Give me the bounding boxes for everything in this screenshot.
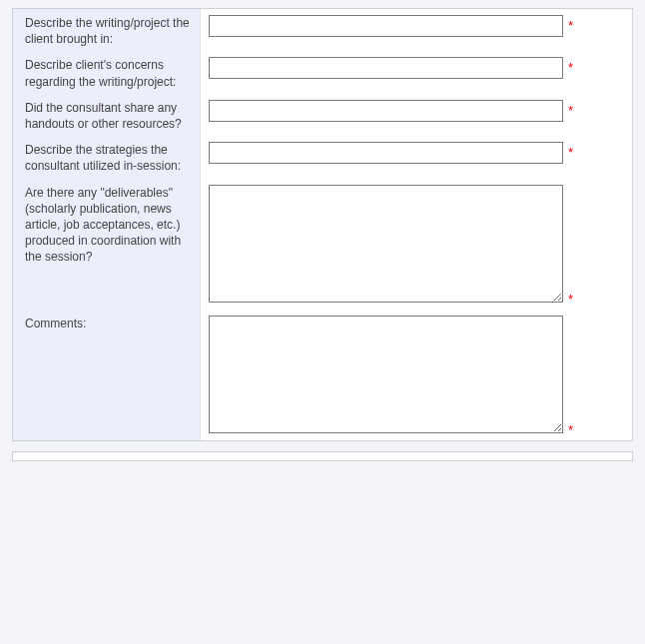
required-icon: * [568, 104, 573, 117]
input-strategies[interactable] [209, 142, 563, 164]
form-row-deliverables: Are there any "deliverables" (scholarly … [13, 179, 632, 310]
field-cell-strategies: * [201, 136, 633, 178]
field-cell-project-brought: * [201, 9, 633, 51]
textarea-deliverables[interactable] [209, 185, 563, 303]
input-client-concerns[interactable] [209, 57, 563, 79]
page-container: Describe the writing/project the client … [0, 0, 645, 644]
section-divider [12, 451, 633, 461]
form-row-handouts: Did the consultant share any handouts or… [13, 94, 632, 136]
label-handouts: Did the consultant share any handouts or… [13, 94, 201, 136]
required-icon: * [568, 293, 573, 306]
field-cell-client-concerns: * [201, 51, 633, 93]
required-icon: * [568, 19, 573, 32]
textarea-comments[interactable] [209, 316, 563, 433]
field-cell-deliverables: * [201, 179, 633, 310]
required-icon: * [568, 146, 573, 159]
label-strategies: Describe the strategies the consultant u… [13, 136, 201, 178]
label-client-concerns: Describe client's concerns regarding the… [13, 51, 201, 93]
field-cell-comments: * [201, 310, 633, 440]
form-row-comments: Comments: * [13, 310, 632, 440]
field-cell-handouts: * [201, 94, 633, 136]
form-table: Describe the writing/project the client … [13, 9, 632, 440]
label-deliverables: Are there any "deliverables" (scholarly … [13, 179, 201, 310]
form-row-project-brought: Describe the writing/project the client … [13, 9, 632, 51]
label-comments: Comments: [13, 310, 201, 440]
label-project-brought: Describe the writing/project the client … [13, 9, 201, 51]
input-handouts[interactable] [209, 100, 563, 122]
required-icon: * [568, 423, 573, 436]
form-panel: Describe the writing/project the client … [12, 8, 633, 441]
form-row-client-concerns: Describe client's concerns regarding the… [13, 51, 632, 93]
form-row-strategies: Describe the strategies the consultant u… [13, 136, 632, 178]
input-project-brought[interactable] [209, 15, 563, 37]
required-icon: * [568, 61, 573, 74]
